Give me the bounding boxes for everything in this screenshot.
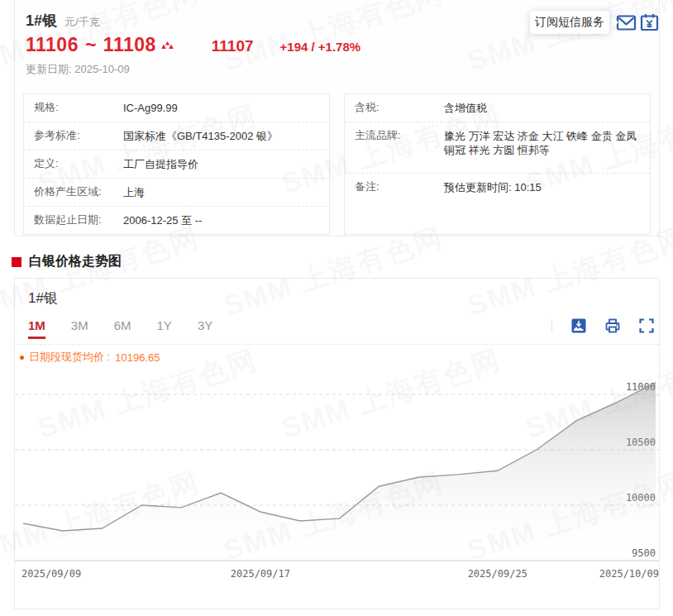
price-range-separator: ~	[85, 34, 97, 56]
download-image-icon[interactable]	[571, 318, 586, 333]
spec-label: 价格产生区域:	[34, 185, 123, 199]
brands-row: 主流品牌: 豫光 万洋 宏达 济金 大江 铁峰 金贵 金凤 铜冠 祥光 方圆 恒…	[345, 122, 650, 174]
remark-row: 备注: 预估更新时间: 10:15	[345, 174, 650, 228]
tab-1y[interactable]: 1Y	[157, 318, 172, 339]
toolbar-divider	[551, 320, 552, 332]
x-axis-label: 2025/09/09	[21, 568, 81, 580]
price-row: 11106 ~ 11108 11107 +194 / +1.78%	[26, 34, 360, 56]
tax-row: 含税: 含增值税	[345, 94, 650, 122]
brands-value: 豫光 万洋 宏达 济金 大江 铁峰 金贵 金凤 铜冠 祥光 方圆 恒邦等	[444, 129, 640, 166]
invoice-yen-icon	[639, 12, 660, 33]
chart-toolbar	[551, 318, 654, 333]
spec-label: 定义:	[34, 157, 123, 171]
tax-brand-table: 含税: 含增值税 主流品牌: 豫光 万洋 宏达 济金 大江 铁峰 金贵 金凤 铜…	[344, 93, 651, 235]
product-unit: 元/千克	[64, 15, 100, 30]
subscribe-sms-button[interactable]	[616, 12, 637, 33]
x-axis-label: 2025/09/25	[468, 568, 527, 580]
tax-label: 含税:	[355, 101, 444, 115]
tabs-separator	[15, 344, 659, 345]
spec-value: 2006-12-25 至 --	[123, 213, 319, 227]
spec-table: 规格: IC-Ag99.99 参考标准: 国家标准《GB/T4135-2002 …	[23, 93, 330, 235]
range-tabs: 1M 3M 6M 1Y 3Y	[28, 318, 212, 339]
x-axis-label: 2025/10/09	[599, 568, 659, 580]
area-fill	[23, 383, 656, 561]
spec-row: 数据起止日期: 2006-12-25 至 --	[24, 207, 329, 234]
brands-label: 主流品牌:	[355, 129, 444, 166]
chart-product-title: 1#银	[28, 289, 58, 308]
price-change: +194 / +1.78%	[280, 40, 361, 54]
tab-1m[interactable]: 1M	[28, 318, 45, 339]
fullscreen-icon[interactable]	[639, 318, 654, 333]
trend-up-icon	[161, 41, 174, 50]
spec-label: 数据起止日期:	[34, 213, 123, 227]
price-trend-chart-card: 1#银 1M 3M 6M 1Y 3Y 日期段现货均价 : 10196.65 95…	[14, 278, 660, 609]
spec-value: 国家标准《GB/T4135-2002 银》	[123, 129, 319, 143]
spec-value: 上海	[123, 185, 319, 199]
tab-3y[interactable]: 3Y	[198, 318, 212, 339]
tab-3m[interactable]: 3M	[71, 318, 88, 339]
x-axis-label: 2025/09/17	[231, 568, 290, 580]
legend-dot-icon	[20, 356, 24, 360]
tax-value: 含增值税	[444, 101, 640, 115]
remark-label: 备注:	[355, 180, 444, 222]
tab-6m[interactable]: 6M	[114, 318, 131, 339]
mail-envelope-icon	[616, 12, 637, 33]
product-name: 1#银	[26, 11, 57, 31]
spec-label: 参考标准:	[34, 129, 123, 143]
avg-price: 11107	[212, 37, 254, 55]
price-line-chart[interactable]: 95001000010500110002025/09/092025/09/172…	[15, 362, 659, 606]
spec-row: 价格产生区域: 上海	[24, 179, 329, 207]
section-header: 白银价格走势图	[12, 253, 122, 270]
section-marker-square	[12, 257, 21, 267]
section-title: 白银价格走势图	[29, 253, 122, 270]
spec-value: 工厂自提指导价	[123, 157, 319, 171]
price-summary-card: 1#银 元/千克 11106 ~ 11108 11107 +194 / +1.7…	[14, 0, 660, 236]
update-date: 更新日期: 2025-10-09	[26, 62, 130, 77]
price-invoice-button[interactable]	[639, 12, 660, 33]
remark-value: 预估更新时间: 10:15	[444, 180, 640, 222]
spec-label: 规格:	[34, 101, 123, 115]
spec-value: IC-Ag99.99	[123, 101, 319, 115]
info-tables: 规格: IC-Ag99.99 参考标准: 国家标准《GB/T4135-2002 …	[23, 93, 651, 235]
print-icon[interactable]	[605, 318, 620, 333]
product-row: 1#银 元/千克	[26, 11, 100, 31]
price-low: 11106	[26, 34, 79, 56]
subscribe-sms-tooltip: 订阅短信服务	[530, 11, 609, 34]
spec-row: 定义: 工厂自提指导价	[24, 150, 329, 179]
spec-row: 规格: IC-Ag99.99	[24, 94, 329, 122]
spec-row: 参考标准: 国家标准《GB/T4135-2002 银》	[24, 122, 329, 150]
price-high: 11108	[103, 34, 156, 56]
